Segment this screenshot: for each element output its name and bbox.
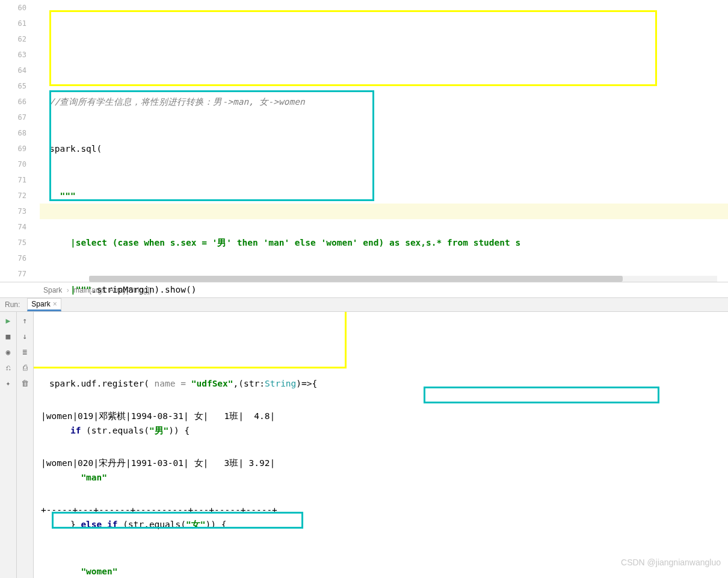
line-number: 60 <box>0 0 26 16</box>
run-panel: ▶ ■ ◉ ⎌ ✦ ↑ ↓ ≣ ⎙ 🗑 |women|019|邓紫棋|1994-… <box>0 312 728 578</box>
camera-icon[interactable]: ◉ <box>4 347 13 356</box>
line-number: 65 <box>0 78 26 94</box>
console-line: |women|020|宋丹丹|1991-03-01| 女| 3班| 3.92| <box>41 455 728 471</box>
code-string: """ <box>49 191 76 200</box>
line-number: 76 <box>0 250 26 266</box>
pin-icon[interactable]: ✦ <box>4 378 13 388</box>
trash-icon[interactable]: 🗑 <box>20 378 30 388</box>
line-number: 70 <box>0 157 26 172</box>
stop-icon[interactable]: ■ <box>4 331 13 341</box>
line-number: 66 <box>0 94 26 110</box>
run-tab-label: Spark <box>31 297 50 311</box>
run-icon[interactable]: ▶ <box>4 315 13 325</box>
horizontal-scrollbar[interactable] <box>89 276 717 282</box>
line-number: 61 <box>0 16 26 31</box>
line-number-gutter: 60 61 62 63 64 65 66 67 68 69 70 71 72 7… <box>0 0 40 282</box>
code-string: | <box>49 285 76 294</box>
exit-icon[interactable]: ⎌ <box>4 362 13 372</box>
line-number: 73 <box>0 204 26 219</box>
line-number: 63 <box>0 47 26 63</box>
wrap-icon[interactable]: ≣ <box>20 347 30 356</box>
line-number: 74 <box>0 219 26 235</box>
line-number: 68 <box>0 125 26 141</box>
line-number: 67 <box>0 110 26 125</box>
console-line: +-----+---+------+----------+---+-----+-… <box>41 502 728 518</box>
print-icon[interactable]: ⎙ <box>20 362 30 372</box>
watermark: CSDN @jiangnianwangluo <box>621 558 721 567</box>
line-number: 64 <box>0 63 26 78</box>
up-icon[interactable]: ↑ <box>20 315 30 325</box>
down-icon[interactable]: ↓ <box>20 331 30 341</box>
code-content[interactable]: //查询所有学生信息，将性别进行转换：男->man, 女->women spar… <box>40 0 728 282</box>
current-line-highlight <box>40 204 728 219</box>
run-label: Run: <box>0 300 25 309</box>
line-number: 75 <box>0 235 26 250</box>
line-number: 62 <box>0 31 26 47</box>
code-string: |select (case when s.sex = '男' then 'man… <box>49 238 520 247</box>
console-line: |women|019|邓紫棋|1994-08-31| 女| 1班| 4.8| <box>41 408 728 424</box>
line-number: 72 <box>0 188 26 204</box>
console-output[interactable]: |women|019|邓紫棋|1994-08-31| 女| 1班| 4.8| |… <box>34 312 728 578</box>
highlight-box-teal-2 <box>424 387 659 403</box>
code-line: spark.sql( <box>49 141 728 157</box>
code-editor[interactable]: 60 61 62 63 64 65 66 67 68 69 70 71 72 7… <box>0 0 728 282</box>
line-number: 77 <box>0 266 26 282</box>
run-toolbar-left: ▶ ■ ◉ ⎌ ✦ <box>0 312 17 578</box>
highlight-box-yellow-2 <box>34 312 347 368</box>
line-number: 71 <box>0 172 26 188</box>
code-comment: //查询所有学生信息，将性别进行转换：男->man, 女->women <box>49 97 305 107</box>
line-number: 69 <box>0 141 26 157</box>
run-toolbar-left2: ↑ ↓ ≣ ⎙ 🗑 <box>17 312 34 578</box>
scrollbar-thumb[interactable] <box>89 276 623 282</box>
highlight-box-yellow-1 <box>49 10 657 86</box>
